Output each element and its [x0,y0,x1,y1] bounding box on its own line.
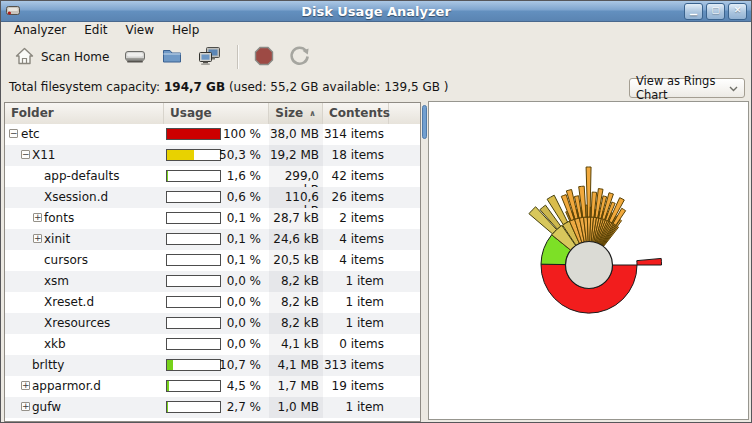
folder-name: gufw [32,400,61,414]
harddisk-icon [123,46,147,69]
usage-percent: 1,6 % [166,169,261,183]
folder-size: 8,2 kB [269,295,319,309]
table-row-brltty[interactable]: brltty10,7 %4,1 MB313 items [5,355,420,376]
tree-scrollbar-thumb[interactable] [422,105,427,139]
usage-percent: 50,3 % [166,148,261,162]
scan-remote-button[interactable] [190,42,230,73]
info-row: Total filesystem capacity: 194,7 GB (use… [1,73,751,101]
column-header-size[interactable]: Size∧ [269,103,323,124]
folder-size: 1,7 MB [269,379,319,393]
rings-chart-root-circle[interactable] [566,242,613,289]
folder-contents: 1 item [323,316,384,330]
folder-size: 8,2 kB [269,316,319,330]
tree-header: FolderUsageSize∧Contents [5,103,420,125]
folder-contents: 42 items [323,169,384,183]
table-row-gufw[interactable]: +gufw2,7 %1,0 MB1 item [5,397,420,418]
column-header-usage[interactable]: Usage [164,103,269,124]
menu-view[interactable]: View [116,22,162,40]
table-row-xsm[interactable]: xsm0,0 %8,2 kB1 item [5,271,420,292]
usage-percent: 2,7 % [166,400,261,414]
folder-size: 4,1 kB [269,337,319,351]
home-icon [14,46,35,69]
usage-percent: 0,1 % [166,232,261,246]
view-as-dropdown[interactable]: View as Rings Chart [629,78,745,98]
column-header-contents[interactable]: Contents [323,103,389,124]
folder-name: etc [21,127,40,141]
ring-wedge[interactable] [590,207,591,217]
folder-name: apparmor.d [32,379,101,393]
folder-size: 19,2 MB [269,148,319,162]
tree-rows: −etc100 %38,0 MB314 items−X1150,3 %19,2 … [5,124,420,421]
column-header-filler [389,103,420,124]
expand-icon[interactable]: + [21,381,30,390]
table-row-apparmor.d[interactable]: +apparmor.d4,5 %1,7 MB19 items [5,376,420,397]
usage-percent: 100 % [166,127,261,141]
usage-percent: 0,0 % [166,274,261,288]
maximize-button[interactable]: ▢ [706,3,725,20]
folder-size: 8,2 kB [269,274,319,288]
folder-contents: 1 item [323,274,384,288]
folder-size: 1,0 MB [269,400,319,414]
usage-percent: 10,7 % [166,358,261,372]
close-button[interactable]: ✕ [728,3,747,20]
window-title: Disk Usage Analyzer [1,4,751,19]
table-row-xkb[interactable]: xkb0,0 %4,1 kB0 items [5,334,420,355]
rings-chart[interactable] [429,102,748,419]
expand-icon[interactable]: + [33,234,42,243]
remote-computers-icon [197,45,223,70]
ring-wedge[interactable] [637,258,662,265]
collapse-icon[interactable]: − [21,150,30,159]
collapse-icon[interactable]: − [9,129,18,138]
scan-folder-button[interactable] [154,43,190,72]
titlebar[interactable]: Disk Usage Analyzer ▁ ▢ ✕ [1,1,751,22]
folder-contents: 2 items [323,211,384,225]
folder-contents: 18 items [323,148,384,162]
scan-filesystem-button[interactable] [116,43,154,72]
expand-icon[interactable]: + [21,402,30,411]
table-row-X11[interactable]: −X1150,3 %19,2 MB18 items [5,145,420,166]
table-row-etc[interactable]: −etc100 %38,0 MB314 items [5,124,420,145]
menu-analyzer[interactable]: Analyzer [5,22,75,40]
table-row-Xreset.d[interactable]: Xreset.d0,0 %8,2 kB1 item [5,292,420,313]
folder-name: cursors [44,253,88,267]
table-row-fonts[interactable]: +fonts0,1 %28,7 kB2 items [5,208,420,229]
stop-button[interactable] [246,42,282,73]
table-row-Xresources[interactable]: Xresources0,0 %8,2 kB1 item [5,313,420,334]
folder-contents: 314 items [323,127,384,141]
column-header-folder[interactable]: Folder [5,103,164,124]
rings-chart-panel[interactable] [428,101,749,420]
menu-edit[interactable]: Edit [75,22,116,40]
toolbar: Scan Home [1,41,751,73]
folder-tree: FolderUsageSize∧Contents −etc100 %38,0 M… [4,102,421,422]
scan-home-label: Scan Home [41,50,109,64]
stop-icon [253,45,275,70]
view-as-value: View as Rings Chart [636,74,729,102]
table-row-Xsession.d[interactable]: Xsession.d0,6 %110,6 kB26 items [5,187,420,208]
table-row-cursors[interactable]: cursors0,1 %20,5 kB4 items [5,250,420,271]
refresh-button[interactable] [282,42,318,73]
folder-contents: 1 item [323,400,384,414]
capacity-summary: Total filesystem capacity: 194,7 GB (use… [9,80,448,94]
folder-name: xkb [44,337,66,351]
table-row-app-defaults[interactable]: app-defaults1,6 %299,0 kB42 items [5,166,420,187]
usage-percent: 0,1 % [166,211,261,225]
folder-contents: 313 items [323,358,384,372]
folder-name: xinit [44,232,70,246]
expand-icon[interactable]: + [33,213,42,222]
usage-percent: 4,5 % [166,379,261,393]
usage-percent: 0,6 % [166,190,261,204]
usage-percent: 0,1 % [166,253,261,267]
folder-contents: 4 items [323,253,384,267]
table-row-xinit[interactable]: +xinit0,1 %24,6 kB4 items [5,229,420,250]
folder-size: 4,1 MB [269,358,319,372]
folder-contents: 26 items [323,190,384,204]
folder-contents: 4 items [323,232,384,246]
menubar: Analyzer Edit View Help [1,22,751,40]
sort-ascending-icon: ∧ [309,109,316,118]
ring-wedge[interactable] [586,205,588,217]
scan-home-button[interactable]: Scan Home [7,43,116,72]
capacity-total: 194,7 GB [164,80,225,94]
folder-size: 24,6 kB [269,232,319,246]
minimize-button[interactable]: ▁ [684,3,703,20]
menu-help[interactable]: Help [163,22,208,40]
